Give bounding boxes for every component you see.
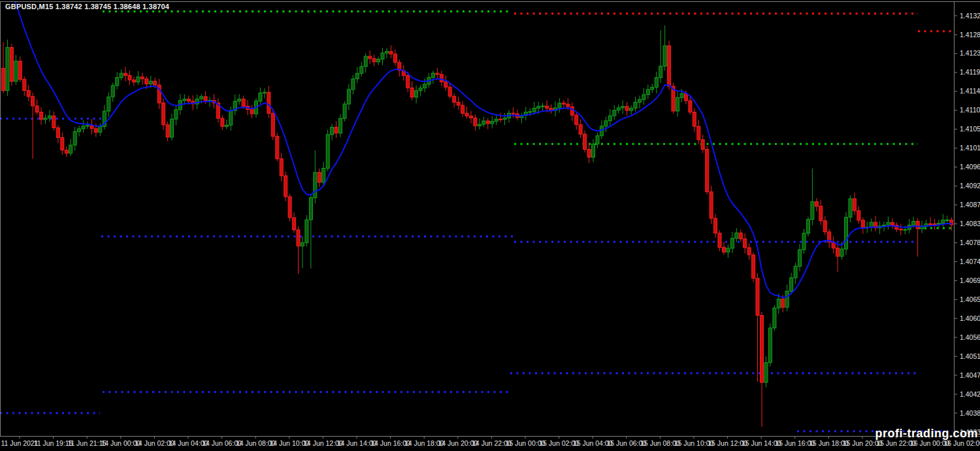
price-tick-label: 1.40740 [960, 258, 980, 265]
candle-bullish [343, 101, 346, 122]
candle-bullish [773, 305, 776, 331]
candle-bearish [284, 171, 287, 201]
symbol-ohlc-title: GBPUSD,M15 1.38742 1.38745 1.38648 1.387… [5, 3, 169, 10]
candle-bullish [768, 324, 772, 367]
candle-bullish [6, 40, 9, 96]
price-tick-label: 1.40560 [960, 333, 980, 341]
price-tick-label: 1.40425 [960, 390, 980, 398]
mt4-chart-window: GBPUSD,M15 1.38742 1.38745 1.38648 1.387… [0, 0, 980, 451]
price-tick-label: 1.41325 [960, 12, 980, 20]
candle-bullish [845, 212, 848, 256]
chart-canvas[interactable]: 1.413251.412801.412351.411901.411451.411… [0, 0, 980, 451]
candle-bearish [276, 133, 279, 162]
candle-bullish [305, 215, 308, 246]
price-tick-label: 1.40875 [960, 201, 980, 209]
candle-bullish [326, 129, 329, 171]
price-tick-label: 1.41055 [960, 125, 980, 133]
time-tick-label: 11 Jun 2021 [1, 439, 38, 447]
candle-bearish [668, 41, 671, 90]
candle-bearish [752, 252, 755, 282]
price-tick-label: 1.40515 [960, 352, 980, 360]
candle-bullish [807, 216, 810, 236]
price-tick-label: 1.40380 [960, 409, 980, 417]
price-tick-label: 1.40470 [960, 371, 980, 379]
price-tick-label: 1.40605 [960, 314, 980, 322]
price-tick-label: 1.41190 [960, 68, 980, 76]
watermark-text: profi-trading.com [875, 427, 979, 441]
price-tick-label: 1.40695 [960, 276, 980, 284]
candle-bearish [710, 186, 713, 224]
price-tick-label: 1.41235 [960, 49, 980, 57]
price-tick-label: 1.40920 [960, 182, 980, 190]
candle-bearish [706, 146, 709, 194]
price-tick-label: 1.41100 [960, 106, 980, 114]
candle-bearish [10, 44, 13, 86]
price-tick-label: 1.41145 [960, 87, 980, 95]
price-tick-label: 1.41010 [960, 144, 980, 152]
candle-bearish [288, 194, 291, 222]
price-tick-label: 1.40830 [960, 220, 980, 227]
price-tick-label: 1.40785 [960, 239, 980, 246]
price-tick-label: 1.40650 [960, 295, 980, 303]
price-tick-label: 1.40965 [960, 163, 980, 171]
candle-bearish [672, 82, 675, 113]
price-tick-label: 1.41280 [960, 31, 980, 39]
